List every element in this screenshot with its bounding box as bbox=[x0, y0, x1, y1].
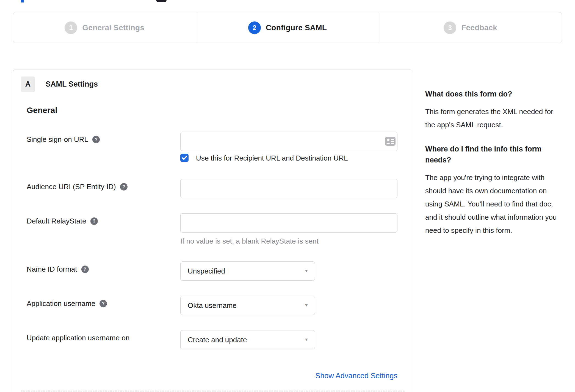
field-label-text: Default RelayState bbox=[27, 217, 86, 225]
chevron-down-icon: ▼ bbox=[304, 338, 309, 342]
sso-url-input[interactable] bbox=[180, 132, 397, 151]
sidebar-body: The app you're trying to integrate with … bbox=[425, 171, 560, 237]
sidebar-heading: What does this form do? bbox=[425, 89, 560, 100]
sso-url-label: Single sign-on URL ? bbox=[27, 135, 100, 144]
name-id-format-select[interactable]: Unspecified ▼ bbox=[180, 261, 315, 281]
cutoff-blue-fragment bbox=[21, 0, 24, 2]
relaystate-input[interactable] bbox=[180, 213, 397, 233]
selected-value: Unspecified bbox=[188, 267, 225, 275]
section-divider bbox=[21, 391, 405, 391]
advanced-settings-row: Show Advanced Settings bbox=[180, 372, 397, 380]
cutoff-dark-fragment bbox=[156, 0, 167, 2]
audience-uri-input[interactable] bbox=[180, 179, 397, 198]
panel-title: SAML Settings bbox=[46, 76, 98, 92]
contact-card-icon[interactable] bbox=[385, 137, 396, 146]
application-username-label: Application username ? bbox=[27, 299, 107, 308]
step-label: General Settings bbox=[82, 23, 144, 32]
field-label-text: Application username bbox=[27, 299, 95, 308]
step-number-badge: 3 bbox=[444, 21, 456, 34]
field-label-text: Update application username on bbox=[27, 334, 129, 342]
help-icon[interactable]: ? bbox=[81, 266, 89, 273]
help-sidebar: What does this form do? This form genera… bbox=[425, 89, 560, 237]
application-username-select[interactable]: Okta username ▼ bbox=[180, 296, 315, 315]
help-icon[interactable]: ? bbox=[90, 217, 98, 225]
help-icon[interactable]: ? bbox=[92, 136, 100, 143]
selected-value: Okta username bbox=[188, 301, 237, 310]
field-label-text: Name ID format bbox=[27, 265, 77, 274]
saml-settings-panel: A SAML Settings General Single sign-on U… bbox=[13, 70, 412, 392]
recipient-url-checkbox[interactable] bbox=[180, 154, 189, 162]
wizard-stepper: 1 General Settings 2 Configure SAML 3 Fe… bbox=[13, 12, 562, 43]
relaystate-hint: If no value is set, a blank RelayState i… bbox=[180, 237, 319, 245]
field-label-text: Audience URI (SP Entity ID) bbox=[27, 183, 116, 191]
sidebar-body: This form generates the XML needed for t… bbox=[425, 105, 560, 131]
relaystate-label: Default RelayState ? bbox=[27, 217, 98, 225]
step-number-badge: 2 bbox=[248, 21, 261, 34]
update-username-select[interactable]: Create and update ▼ bbox=[180, 330, 315, 349]
recipient-url-checkbox-label: Use this for Recipient URL and Destinati… bbox=[196, 154, 348, 162]
step-label: Configure SAML bbox=[266, 23, 327, 32]
field-label-text: Single sign-on URL bbox=[27, 135, 88, 144]
step-label: Feedback bbox=[461, 23, 497, 32]
sidebar-section-what: What does this form do? This form genera… bbox=[425, 89, 560, 131]
name-id-format-label: Name ID format ? bbox=[27, 265, 89, 274]
checkmark-icon bbox=[182, 156, 187, 160]
step-general-settings[interactable]: 1 General Settings bbox=[13, 12, 196, 43]
help-icon[interactable]: ? bbox=[99, 300, 107, 307]
step-configure-saml[interactable]: 2 Configure SAML bbox=[196, 12, 379, 43]
step-number-badge: 1 bbox=[65, 21, 77, 34]
chevron-down-icon: ▼ bbox=[304, 303, 309, 308]
step-feedback[interactable]: 3 Feedback bbox=[379, 12, 562, 43]
chevron-down-icon: ▼ bbox=[304, 269, 309, 274]
sidebar-heading: Where do I find the info this form needs… bbox=[425, 143, 560, 165]
section-a-badge: A bbox=[21, 76, 35, 92]
update-username-label: Update application username on bbox=[27, 334, 129, 342]
sidebar-section-where: Where do I find the info this form needs… bbox=[425, 143, 560, 237]
general-section-heading: General bbox=[27, 106, 57, 115]
audience-uri-label: Audience URI (SP Entity ID) ? bbox=[27, 183, 128, 191]
show-advanced-settings-link[interactable]: Show Advanced Settings bbox=[315, 372, 397, 380]
selected-value: Create and update bbox=[188, 336, 247, 344]
help-icon[interactable]: ? bbox=[120, 183, 128, 191]
